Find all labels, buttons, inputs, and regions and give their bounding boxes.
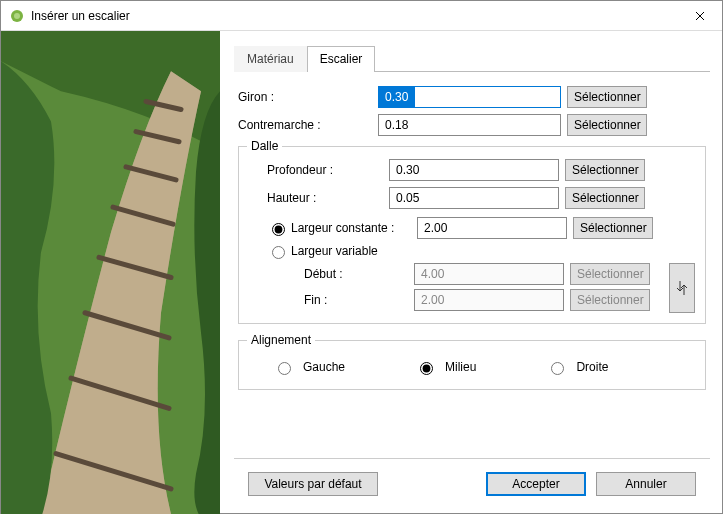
profondeur-input[interactable]	[389, 159, 559, 181]
fin-label: Fin :	[249, 293, 414, 307]
align-gauche-label: Gauche	[303, 360, 345, 374]
fin-select-button: Sélectionner	[570, 289, 650, 311]
contremarche-label: Contremarche :	[238, 118, 378, 132]
window-title: Insérer un escalier	[31, 9, 677, 23]
fin-input	[414, 289, 564, 311]
giron-select-button[interactable]: Sélectionner	[567, 86, 647, 108]
dialog-footer: Valeurs par défaut Accepter Annuler	[234, 458, 710, 508]
giron-input[interactable]	[378, 86, 561, 108]
cancel-button[interactable]: Annuler	[596, 472, 696, 496]
swap-button[interactable]	[669, 263, 695, 313]
align-gauche-option[interactable]: Gauche	[273, 359, 345, 375]
width-constant-select-button[interactable]: Sélectionner	[573, 217, 653, 239]
app-icon	[9, 8, 25, 24]
dialog-body: Matériau Escalier Giron : Sélectionner C…	[1, 31, 722, 514]
titlebar: Insérer un escalier	[1, 1, 722, 31]
debut-select-button: Sélectionner	[570, 263, 650, 285]
preview-image	[1, 31, 220, 514]
width-constant-input[interactable]	[417, 217, 567, 239]
align-milieu-option[interactable]: Milieu	[415, 359, 476, 375]
align-milieu-label: Milieu	[445, 360, 476, 374]
align-gauche-radio[interactable]	[278, 362, 291, 375]
tab-content-stair: Giron : Sélectionner Contremarche : Séle…	[234, 72, 710, 458]
width-variable-label: Largeur variable	[291, 244, 378, 258]
debut-input	[414, 263, 564, 285]
contremarche-input[interactable]	[378, 114, 561, 136]
width-variable-radio[interactable]	[272, 246, 285, 259]
contremarche-select-button[interactable]: Sélectionner	[567, 114, 647, 136]
width-constant-label: Largeur constante :	[291, 221, 417, 235]
swap-icon	[676, 278, 688, 298]
tab-material[interactable]: Matériau	[234, 46, 307, 72]
align-milieu-radio[interactable]	[420, 362, 433, 375]
tab-bar: Matériau Escalier	[234, 45, 710, 72]
defaults-button[interactable]: Valeurs par défaut	[248, 472, 378, 496]
giron-label: Giron :	[238, 90, 378, 104]
close-button[interactable]	[677, 1, 722, 31]
dialog-window: Insérer un escalier	[0, 0, 723, 514]
profondeur-select-button[interactable]: Sélectionner	[565, 159, 645, 181]
width-constant-radio[interactable]	[272, 223, 285, 236]
align-droite-label: Droite	[576, 360, 608, 374]
dalle-fieldset: Dalle Profondeur : Sélectionner Hauteur …	[238, 146, 706, 324]
alignement-legend: Alignement	[247, 333, 315, 347]
accept-button[interactable]: Accepter	[486, 472, 586, 496]
tab-stair[interactable]: Escalier	[307, 46, 376, 72]
svg-point-1	[14, 13, 20, 19]
hauteur-select-button[interactable]: Sélectionner	[565, 187, 645, 209]
hauteur-label: Hauteur :	[249, 191, 389, 205]
alignement-fieldset: Alignement Gauche Milieu Droite	[238, 340, 706, 390]
close-icon	[695, 11, 705, 21]
debut-label: Début :	[249, 267, 414, 281]
form-panel: Matériau Escalier Giron : Sélectionner C…	[220, 31, 722, 514]
align-droite-option[interactable]: Droite	[546, 359, 608, 375]
hauteur-input[interactable]	[389, 187, 559, 209]
dalle-legend: Dalle	[247, 139, 282, 153]
profondeur-label: Profondeur :	[249, 163, 389, 177]
align-droite-radio[interactable]	[551, 362, 564, 375]
